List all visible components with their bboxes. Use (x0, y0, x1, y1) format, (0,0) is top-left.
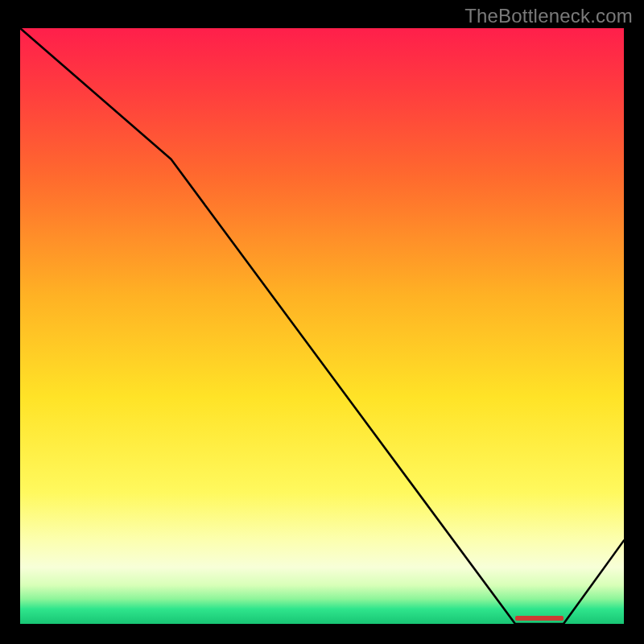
bottleneck-chart (20, 28, 624, 624)
plot-area (18, 26, 626, 626)
watermark-text: TheBottleneck.com (464, 5, 633, 27)
gradient-background (20, 28, 624, 624)
optimal-marker (515, 616, 564, 621)
optimal-marker-bar (515, 616, 564, 621)
chart-frame: TheBottleneck.com (0, 0, 644, 644)
